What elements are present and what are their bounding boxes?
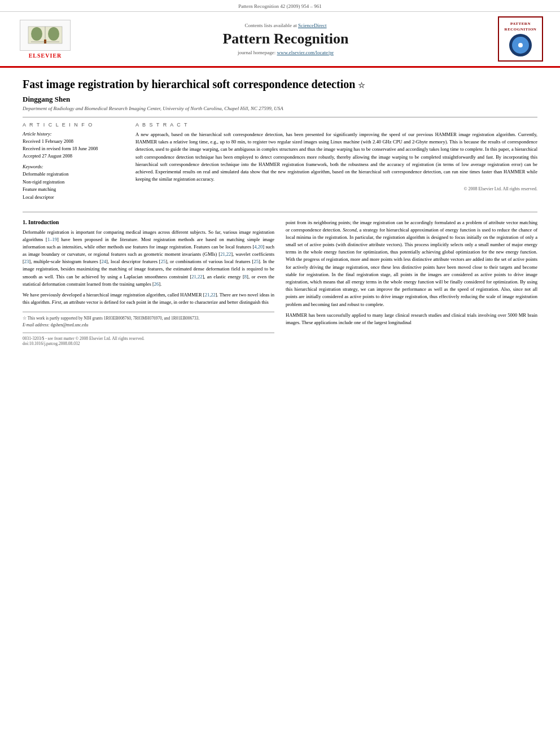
svg-point-3: [48, 27, 59, 41]
abstract-text: A new approach, based on the hierarchica…: [135, 131, 537, 183]
received-date: Received 1 February 2008: [23, 138, 124, 145]
banner-center: Contents lists available at ScienceDirec…: [79, 23, 492, 55]
ref-21-22[interactable]: 21,22: [220, 251, 231, 257]
svg-rect-4: [44, 40, 46, 43]
intro-para-1: Deformable registration is important for…: [23, 229, 274, 288]
footer-bottom: 0031-3203/$ - see front matter © 2008 El…: [23, 333, 274, 346]
star-icon: ☆: [358, 81, 365, 90]
article-history: Article history: Received 1 February 200…: [23, 131, 124, 159]
abstract-col: A B S T R A C T A new approach, based on…: [135, 122, 537, 206]
footnote-section: ☆ This work is partly supported by NIH g…: [23, 312, 274, 328]
accepted-date: Accepted 27 August 2008: [23, 152, 124, 160]
intro-para-2: We have previously developed a hierarchi…: [23, 291, 274, 306]
article-info-col: A R T I C L E I N F O Article history: R…: [23, 122, 124, 206]
pr-logo-dot: [518, 43, 523, 47]
ref-23[interactable]: 23: [24, 259, 29, 264]
keyword-4: Local descriptor: [23, 194, 124, 202]
body-col-left: 1. Introduction Deformable registration …: [23, 219, 274, 346]
article-info-section-label: A R T I C L E I N F O: [23, 122, 124, 128]
pr-logo-inner: [512, 37, 529, 54]
intro-heading: 1. Introduction: [23, 219, 274, 225]
contents-line: Contents lists available at ScienceDirec…: [79, 23, 492, 28]
copyright-line: © 2008 Elsevier Ltd. All rights reserved…: [135, 186, 537, 191]
ref-1-19[interactable]: 1–19: [47, 237, 57, 242]
elsevier-label: ELSEVIER: [29, 53, 62, 59]
ref-21-22b[interactable]: 21,22: [191, 274, 202, 279]
pr-logo-box: PATTERNRECOGNITION: [498, 16, 543, 62]
footer-issn: 0031-3203/$ - see front matter © 2008 El…: [23, 336, 274, 341]
divider-2: [23, 212, 537, 212]
article-keywords: Keywords: Deformable registration Non-ri…: [23, 164, 124, 201]
keywords-list: Deformable registration Non-rigid regist…: [23, 171, 124, 201]
banner-right: PATTERNRECOGNITION: [492, 16, 549, 62]
article-info-abstract: A R T I C L E I N F O Article history: R…: [23, 122, 537, 206]
homepage-url[interactable]: www.elsevier.com/locate/pr: [277, 50, 334, 55]
ref-25b[interactable]: 25: [253, 259, 259, 264]
ref-8[interactable]: 8: [244, 274, 247, 279]
keyword-1: Deformable registration: [23, 171, 124, 178]
journal-title-banner: Pattern Recognition: [79, 30, 492, 47]
author-name: Dinggang Shen: [23, 95, 537, 104]
journal-header: Pattern Recognition 42 (2009) 954 – 961: [0, 0, 560, 12]
divider-1: [23, 117, 537, 117]
journal-header-text: Pattern Recognition 42 (2009) 954 – 961: [238, 3, 321, 9]
author-affiliation: Department of Radiology and Biomedical R…: [23, 106, 537, 111]
ref-4-20[interactable]: 4,20: [254, 244, 262, 250]
homepage-line: journal homepage: www.elsevier.com/locat…: [79, 50, 492, 55]
ref-21-22c[interactable]: 21,22: [205, 292, 216, 298]
article-history-label: Article history:: [23, 131, 124, 137]
footnote-email-text: E-mail address: dgshen@med.unc.edu: [23, 322, 274, 328]
footer-doi: doi:10.1016/j.patcog.2008.08.032: [23, 341, 274, 346]
keywords-label: Keywords:: [23, 164, 124, 169]
email-link[interactable]: dgshen@med.unc.edu: [51, 322, 88, 327]
svg-point-2: [31, 27, 42, 41]
journal-banner: ELSEVIER Contents lists available at Sci…: [0, 12, 560, 68]
main-content: Fast image registration by hierarchical …: [0, 68, 560, 357]
banner-left: ELSEVIER: [11, 20, 79, 59]
article-title-section: Fast image registration by hierarchical …: [23, 77, 537, 111]
keyword-3: Feature matching: [23, 186, 124, 194]
ref-26[interactable]: 26: [154, 281, 159, 287]
ref-24[interactable]: 24: [102, 259, 107, 264]
elsevier-logo-box: [20, 20, 71, 51]
body-two-col: 1. Introduction Deformable registration …: [23, 219, 537, 346]
keyword-2: Non-rigid registration: [23, 178, 124, 186]
article-title: Fast image registration by hierarchical …: [23, 77, 537, 91]
abstract-section-label: A B S T R A C T: [135, 122, 537, 128]
intro-col2-para1: point from its neighboring points; the i…: [286, 219, 537, 308]
intro-col2-para2: HAMMER has been successfully applied to …: [286, 312, 537, 326]
footnote-star-text: ☆ This work is partly supported by NIH g…: [23, 315, 274, 321]
body-col-right: point from its neighboring points; the i…: [286, 219, 537, 346]
ref-25[interactable]: 25: [161, 259, 166, 264]
pr-logo-circle: [509, 34, 532, 56]
sciencedirect-link[interactable]: ScienceDirect: [298, 23, 326, 28]
revised-date: Received in revised form 18 June 2008: [23, 145, 124, 152]
pr-logo-title: PATTERNRECOGNITION: [505, 21, 537, 32]
